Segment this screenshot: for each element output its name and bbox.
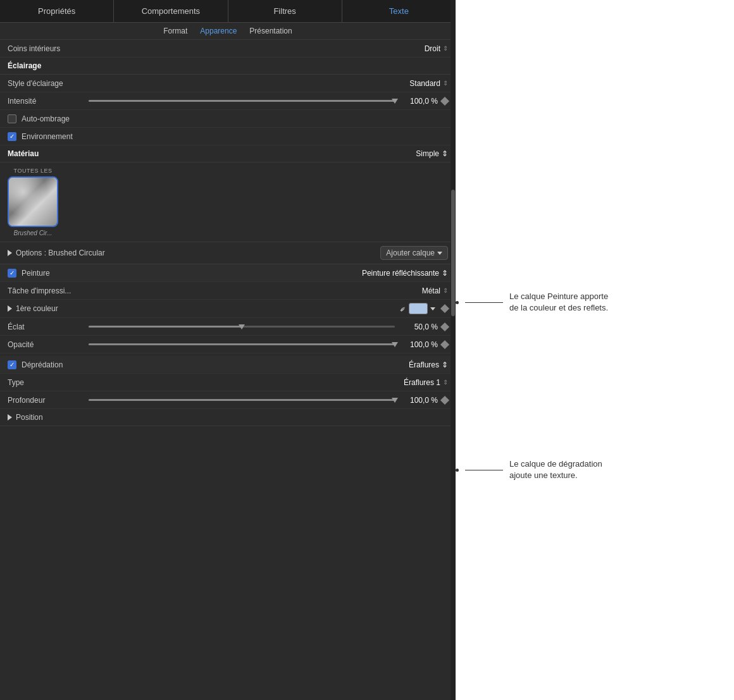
couleur-keyframe[interactable] [440,304,449,313]
thumbnail-grid: TOUTES LES Brushed Cir... [0,163,456,242]
coins-label: Coins intérieurs [8,44,425,53]
environnement-row: Environnement [0,128,456,145]
environnement-checkbox[interactable] [8,132,16,141]
opacite-peinture-label: Opacité [8,340,84,349]
eclat-fill [89,326,242,328]
coins-row: Coins intérieurs Droit ⇕ [0,40,456,58]
tache-label: Tâche d'impressi... [8,286,422,295]
type-row: Type Éraflures 1 ⇕ [0,374,456,391]
position-row: Position [0,409,456,426]
annotation-degradation-text: Le calque de dégradationajoute une textu… [509,458,602,481]
eclat-thumb[interactable] [239,324,245,329]
peinture-row: Peinture Peinture réfléchissante ⇕ [0,264,456,282]
annotation-peinture-line [465,302,503,303]
annotation-peinture-text: Le calque Peinture apportede la couleur … [509,291,608,314]
style-eclairage-label: Style d'éclairage [8,79,409,88]
depreciation-stepper[interactable]: ⇕ [442,360,448,369]
peinture-value[interactable]: Peinture réfléchissante ⇕ [362,269,448,278]
eclat-slider[interactable] [89,326,395,328]
sub-tabs: Format Apparence Présentation [0,23,456,40]
add-layer-chevron-icon [437,252,442,255]
style-eclairage-row: Style d'éclairage Standard ⇕ [0,75,456,92]
couleur-expand-icon[interactable] [8,305,12,312]
eyedropper-icon[interactable]: ✒ [397,303,408,314]
intensite-thumb[interactable] [392,99,398,104]
annotation-panel: Le calque Peinture apportede la couleur … [456,0,734,700]
annotation-peinture: Le calque Peinture apportede la couleur … [456,291,608,314]
thumbnail-name: Brushed Cir... [14,230,53,236]
peinture-label: Peinture [22,269,362,278]
thumbnail-image[interactable] [8,176,58,227]
tache-value[interactable]: Métal ⇕ [422,286,448,295]
auto-ombrage-checkbox[interactable] [8,114,16,123]
scrollbar-thumb[interactable] [451,190,455,316]
depreciation-row: Déprédation Éraflures ⇕ [0,356,456,374]
options-text: Options : Brushed Circular [16,249,380,257]
materiau-value[interactable]: Simple ⇕ [416,149,448,158]
intensite-label: Intensité [8,97,84,106]
depreciation-value[interactable]: Éraflures ⇕ [409,360,448,369]
style-eclairage-value[interactable]: Standard ⇕ [409,79,448,88]
profondeur-value: 100,0 % [400,396,438,405]
inspector-panel: Propriétés Comportements Filtres Texte F… [0,0,456,700]
eclat-label: Éclat [8,322,84,331]
profondeur-thumb[interactable] [392,398,398,403]
eclat-keyframe[interactable] [440,322,449,331]
style-stepper[interactable]: ⇕ [443,80,448,87]
eclairage-header: Éclairage [0,58,456,75]
sub-tab-apparence[interactable]: Apparence [200,27,237,35]
auto-ombrage-label: Auto-ombrage [22,114,448,123]
annotation-degradation: Le calque de dégradationajoute une textu… [456,458,602,481]
couleur-label: 1ère couleur [16,304,399,313]
profondeur-keyframe[interactable] [440,395,449,404]
opacite-peinture-value: 100,0 % [400,340,438,349]
options-row: Options : Brushed Circular Ajouter calqu… [0,242,456,264]
peinture-checkbox[interactable] [8,269,16,278]
type-value[interactable]: Éraflures 1 ⇕ [404,378,448,387]
tab-filtres[interactable]: Filtres [228,0,342,22]
tache-stepper[interactable]: ⇕ [443,287,448,294]
profondeur-slider[interactable] [89,399,395,401]
add-layer-button[interactable]: Ajouter calque [380,246,448,260]
couleur-row: 1ère couleur ✒ [0,300,456,318]
materiau-stepper[interactable]: ⇕ [442,149,448,158]
annotation-degradation-line [465,470,503,470]
opacite-peinture-thumb[interactable] [392,342,398,347]
scrollbar-track[interactable] [451,0,456,700]
coins-value[interactable]: Droit ⇕ [425,44,448,53]
peinture-stepper[interactable]: ⇕ [442,269,448,278]
materiau-header-row: Matériau Simple ⇕ [0,145,456,163]
environnement-label: Environnement [22,132,448,141]
tab-proprietes[interactable]: Propriétés [0,0,114,22]
color-swatch[interactable] [409,303,428,314]
intensite-keyframe[interactable] [440,96,449,105]
intensite-fill [89,100,395,102]
position-expand-icon[interactable] [8,414,12,421]
profondeur-row: Profondeur 100,0 % [0,391,456,409]
add-layer-label: Ajouter calque [386,249,435,257]
tab-texte[interactable]: Texte [342,0,456,22]
thumbnail-brushed[interactable]: TOUTES LES Brushed Cir... [8,168,58,236]
sub-tab-presentation[interactable]: Présentation [249,27,292,35]
profondeur-fill [89,399,395,401]
opacite-peinture-row: Opacité 100,0 % [0,336,456,353]
panel-content: Coins intérieurs Droit ⇕ Éclairage Style… [0,40,456,700]
top-tabs: Propriétés Comportements Filtres Texte [0,0,456,23]
coins-stepper[interactable]: ⇕ [443,45,448,52]
couleur-value[interactable]: ✒ [399,303,448,314]
intensite-slider[interactable] [89,100,395,102]
materiau-label: Matériau [8,149,416,158]
color-chevron-icon[interactable] [430,307,435,310]
type-stepper[interactable]: ⇕ [443,379,448,386]
sub-tab-format[interactable]: Format [163,27,187,35]
depreciation-checkbox[interactable] [8,360,16,369]
depreciation-label: Déprédation [22,360,409,369]
auto-ombrage-row: Auto-ombrage [0,110,456,128]
tab-comportements[interactable]: Comportements [114,0,228,22]
opacite-peinture-slider[interactable] [89,343,395,345]
thumbnail-badge: TOUTES LES [14,168,53,174]
opacite-peinture-keyframe[interactable] [440,340,449,348]
options-triangle-icon[interactable] [8,250,12,256]
annotation-peinture-dot [456,301,459,304]
opacite-peinture-fill [89,343,395,345]
